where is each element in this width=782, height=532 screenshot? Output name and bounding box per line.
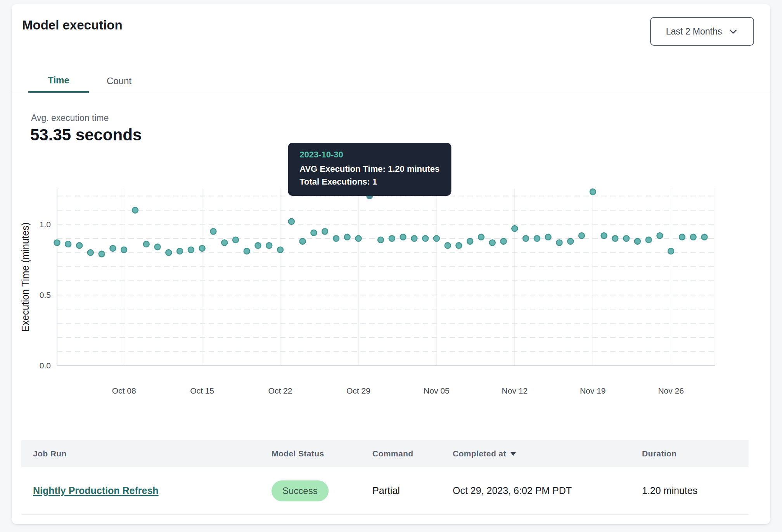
sort-desc-icon [510,449,516,458]
tooltip-date: 2023-10-30 [299,150,439,160]
svg-text:Nov 12: Nov 12 [502,386,528,395]
data-point[interactable] [556,240,562,245]
data-point[interactable] [523,235,529,241]
table-header-row: Job Run Model Status Command Completed a… [21,440,749,467]
data-point[interactable] [132,207,138,213]
svg-text:0.0: 0.0 [40,361,51,370]
data-point[interactable] [333,235,339,241]
column-header-job-run[interactable]: Job Run [33,449,272,458]
execution-time-scatter-chart[interactable]: 0.00.51.0Execution Time (minutes)Oct 08O… [12,182,770,399]
page-title: Model execution [22,18,123,33]
svg-text:1.0: 1.0 [40,220,51,229]
data-point[interactable] [99,251,105,257]
column-header-model-status[interactable]: Model Status [272,449,372,458]
data-point[interactable] [378,237,384,243]
date-range-label: Last 2 Months [666,26,722,37]
data-point[interactable] [567,238,573,244]
data-point[interactable] [110,245,116,251]
data-point[interactable] [601,233,607,238]
data-point[interactable] [233,237,239,243]
data-point[interactable] [501,238,507,244]
data-point[interactable] [289,219,294,225]
data-point[interactable] [154,244,160,250]
data-point[interactable] [690,234,696,240]
tab-time[interactable]: Time [28,69,89,93]
data-point[interactable] [88,250,93,256]
data-point[interactable] [646,237,652,243]
data-point[interactable] [300,238,306,244]
data-point[interactable] [266,243,272,249]
column-header-command[interactable]: Command [372,449,453,458]
data-point[interactable] [221,240,227,245]
tab-count[interactable]: Count [89,69,149,93]
svg-text:Nov 26: Nov 26 [658,386,684,395]
data-point[interactable] [389,235,395,241]
svg-text:Oct 08: Oct 08 [112,386,136,395]
date-range-dropdown[interactable]: Last 2 Months [650,17,754,46]
column-header-completed-at[interactable]: Completed at [453,449,642,458]
svg-text:Execution Time (minutes): Execution Time (minutes) [20,222,31,332]
data-point[interactable] [490,240,495,245]
svg-text:Oct 22: Oct 22 [268,386,292,395]
data-point[interactable] [400,234,406,240]
data-point[interactable] [679,234,685,240]
command-cell: Partial [372,485,453,496]
avg-execution-time-value: 53.35 seconds [30,126,142,144]
data-point[interactable] [244,248,250,254]
tab-divider [12,93,770,93]
svg-text:0.5: 0.5 [40,290,51,299]
tooltip-total-executions: Total Executions: 1 [299,175,439,188]
data-point[interactable] [623,235,629,241]
data-point[interactable] [657,233,663,238]
data-point[interactable] [199,245,205,251]
data-point[interactable] [545,234,551,240]
data-point[interactable] [54,240,60,245]
page-background: Model execution Last 2 Months Time Count… [0,0,782,532]
data-point[interactable] [411,235,417,241]
data-point[interactable] [422,235,428,241]
data-point[interactable] [534,235,540,241]
data-point[interactable] [478,234,484,240]
data-point[interactable] [590,189,596,195]
data-point[interactable] [311,230,317,236]
data-point[interactable] [434,235,439,241]
chart-tooltip: 2023-10-30 AVG Execution Time: 1.20 minu… [288,143,451,196]
data-point[interactable] [277,247,283,253]
tab-bar: Time Count [28,69,149,93]
data-point[interactable] [166,250,171,256]
duration-cell: 1.20 minutes [642,485,749,496]
data-point[interactable] [188,247,194,253]
data-point[interactable] [121,247,127,253]
svg-text:Oct 15: Oct 15 [190,386,214,395]
data-point[interactable] [76,243,82,249]
job-run-link[interactable]: Nightly Production Refresh [33,485,159,496]
data-point[interactable] [445,243,451,249]
svg-text:Nov 05: Nov 05 [424,386,450,395]
data-point[interactable] [668,248,674,254]
data-point[interactable] [456,243,462,249]
table-row: Nightly Production Refresh Success Parti… [21,467,749,515]
chevron-down-icon [728,26,738,36]
data-point[interactable] [612,235,618,241]
data-point[interactable] [702,234,708,240]
data-point[interactable] [355,235,361,241]
data-point[interactable] [512,226,517,231]
avg-execution-time-label: Avg. execution time [31,113,109,123]
svg-text:Nov 19: Nov 19 [580,386,606,395]
svg-text:Oct 29: Oct 29 [346,386,370,395]
data-point[interactable] [255,243,261,249]
column-header-duration[interactable]: Duration [642,449,749,458]
model-execution-card: Model execution Last 2 Months Time Count… [12,4,770,524]
data-point[interactable] [467,238,473,244]
data-point[interactable] [144,241,149,247]
data-point[interactable] [177,248,183,254]
tooltip-avg-execution-time: AVG Execution Time: 1.20 minutes [299,162,439,175]
data-point[interactable] [322,228,328,234]
data-point[interactable] [635,238,640,244]
data-point[interactable] [344,234,350,240]
data-point[interactable] [579,233,585,238]
data-point[interactable] [65,241,71,247]
data-point[interactable] [210,228,216,234]
status-badge: Success [272,480,329,501]
completed-at-cell: Oct 29, 2023, 6:02 PM PDT [453,485,642,496]
